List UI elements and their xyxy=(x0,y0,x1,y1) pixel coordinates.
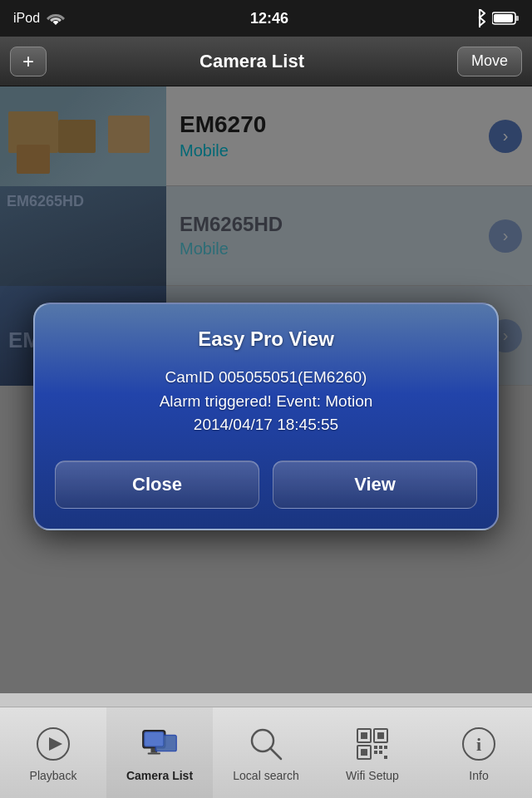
tab-playback[interactable]: Playback xyxy=(0,707,106,798)
svg-rect-17 xyxy=(361,749,367,756)
svg-rect-21 xyxy=(374,751,377,754)
carrier-label: iPod xyxy=(13,11,40,26)
tab-info-label: Info xyxy=(469,769,488,782)
dialog-line1: CamID 005055051(EM6260) xyxy=(165,368,367,386)
svg-text:i: i xyxy=(476,734,481,755)
wifi-icon xyxy=(47,12,65,25)
svg-rect-13 xyxy=(361,732,367,739)
view-button[interactable]: View xyxy=(273,461,477,509)
tab-wifi-setup[interactable]: Wifi Setup xyxy=(319,707,426,798)
svg-rect-2 xyxy=(494,14,513,22)
tab-camera-list-label: Camera List xyxy=(126,769,193,782)
status-left: iPod xyxy=(13,11,65,26)
wifi-setup-icon xyxy=(352,724,392,764)
status-bar: iPod 12:46 xyxy=(0,0,532,37)
svg-marker-4 xyxy=(49,737,62,751)
bluetooth-icon xyxy=(474,9,485,27)
tab-info[interactable]: i Info xyxy=(426,707,532,798)
nav-title: Camera List xyxy=(200,51,304,72)
svg-rect-15 xyxy=(377,732,384,739)
dialog-buttons: Close View xyxy=(55,461,477,509)
svg-rect-1 xyxy=(515,16,519,21)
dialog-message: CamID 005055051(EM6260) Alarm triggered!… xyxy=(55,366,477,437)
battery-icon xyxy=(492,12,519,25)
svg-line-11 xyxy=(270,748,281,759)
svg-rect-19 xyxy=(379,746,382,749)
tab-playback-label: Playback xyxy=(30,769,77,782)
tab-bar: Playback Camera List Local search xyxy=(0,707,532,798)
svg-rect-23 xyxy=(384,756,387,759)
dialog-line3: 2014/04/17 18:45:55 xyxy=(194,416,338,433)
status-time: 12:46 xyxy=(250,10,288,27)
move-button[interactable]: Move xyxy=(457,47,522,76)
nav-bar: + Camera List Move xyxy=(0,37,532,86)
add-camera-button[interactable]: + xyxy=(10,47,47,76)
tab-camera-list[interactable]: Camera List xyxy=(106,707,213,798)
svg-rect-7 xyxy=(148,752,160,754)
content-area: EM6270 Mobile › EM6265HD EM6265HD Mobile… xyxy=(0,86,532,693)
tab-wifi-setup-label: Wifi Setup xyxy=(346,769,399,782)
status-right xyxy=(474,9,519,27)
dialog-line2: Alarm triggered! Event: Motion xyxy=(160,392,373,410)
close-button[interactable]: Close xyxy=(55,461,259,509)
dialog-title: Easy Pro View xyxy=(55,328,477,351)
svg-rect-22 xyxy=(379,751,382,754)
playback-icon xyxy=(33,724,73,764)
svg-rect-20 xyxy=(384,746,387,749)
camera-list-icon xyxy=(140,724,180,764)
search-icon xyxy=(246,724,286,764)
alert-dialog: Easy Pro View CamID 005055051(EM6260) Al… xyxy=(33,303,499,530)
svg-rect-9 xyxy=(145,732,164,746)
tab-local-search[interactable]: Local search xyxy=(213,707,319,798)
tab-local-search-label: Local search xyxy=(233,769,298,782)
svg-rect-18 xyxy=(374,746,377,749)
info-icon: i xyxy=(459,724,499,764)
